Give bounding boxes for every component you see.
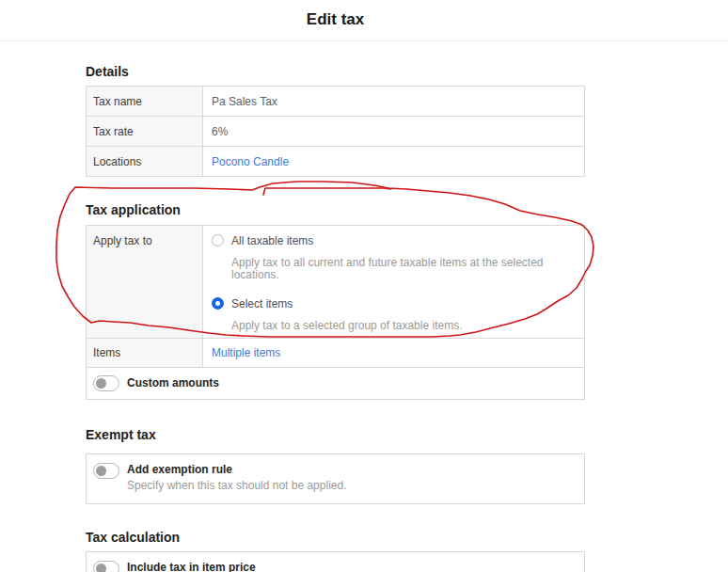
details-heading: Details (86, 41, 585, 86)
details-table: Tax name Pa Sales Tax Tax rate 6% Locati… (86, 86, 585, 177)
custom-amounts-toggle[interactable] (93, 375, 119, 391)
exempt-tax-heading: Exempt tax (86, 400, 585, 453)
tax-name-label: Tax name (87, 87, 203, 116)
table-row-tax-rate: Tax rate 6% (87, 117, 584, 147)
toggle-knob (96, 466, 106, 476)
include-tax-in-item-price-toggle[interactable] (93, 561, 119, 572)
tax-name-value: Pa Sales Tax (203, 87, 584, 116)
tax-calculation-section: Tax calculation Include tax in item pric… (86, 504, 585, 572)
radio-all-taxable-items[interactable] (212, 234, 224, 246)
include-tax-in-item-price-label: Include tax in item price (127, 562, 575, 572)
exempt-tax-box: Add exemption rule Specify when this tax… (86, 453, 585, 504)
page-title: Edit tax (86, 10, 585, 29)
option-label[interactable]: All taxable items (231, 235, 577, 247)
tax-calculation-heading: Tax calculation (86, 504, 585, 551)
toggle-knob (96, 564, 106, 572)
tax-application-heading: Tax application (86, 177, 585, 225)
details-section: Details Tax name Pa Sales Tax Tax rate 6… (86, 41, 585, 177)
locations-label: Locations (87, 147, 203, 176)
exempt-tax-section: Exempt tax Add exemption rule Specify wh… (86, 400, 585, 504)
multiple-items-link[interactable]: Multiple items (212, 346, 280, 359)
option-label[interactable]: Select items (231, 298, 462, 310)
option-select-items[interactable]: Select items Apply tax to a selected gro… (212, 297, 577, 332)
titlebar: Edit tax (0, 0, 728, 41)
custom-amounts-label: Custom amounts (127, 377, 219, 389)
table-row-custom-amounts: Custom amounts (87, 368, 584, 399)
tax-application-table: Apply tax to All taxable items Apply tax… (86, 225, 585, 400)
items-label: Items (87, 339, 203, 367)
add-exemption-rule-toggle[interactable] (93, 463, 119, 479)
main-content: Details Tax name Pa Sales Tax Tax rate 6… (86, 41, 585, 572)
apply-tax-to-label: Apply tax to (87, 226, 203, 338)
option-all-taxable-items[interactable]: All taxable items Apply tax to all curre… (212, 234, 577, 281)
option-description: Apply tax to all current and future taxa… (231, 257, 577, 281)
tax-application-section: Tax application Apply tax to All taxable… (86, 177, 585, 400)
tax-rate-label: Tax rate (87, 117, 203, 146)
add-exemption-rule-description: Specify when this tax should not be appl… (127, 480, 346, 492)
table-row-apply-tax-to: Apply tax to All taxable items Apply tax… (87, 226, 584, 339)
add-exemption-rule-label: Add exemption rule (127, 464, 346, 476)
table-row-locations: Locations Pocono Candle (87, 147, 584, 176)
option-description: Apply tax to a selected group of taxable… (231, 320, 462, 332)
table-row-tax-name: Tax name Pa Sales Tax (87, 87, 584, 117)
table-row-items: Items Multiple items (87, 339, 584, 368)
radio-select-items[interactable] (212, 297, 224, 310)
locations-link[interactable]: Pocono Candle (212, 155, 289, 168)
tax-rate-value: 6% (203, 117, 584, 146)
toggle-knob (96, 378, 106, 389)
tax-calculation-box: Include tax in item price If tax is incl… (86, 551, 585, 572)
